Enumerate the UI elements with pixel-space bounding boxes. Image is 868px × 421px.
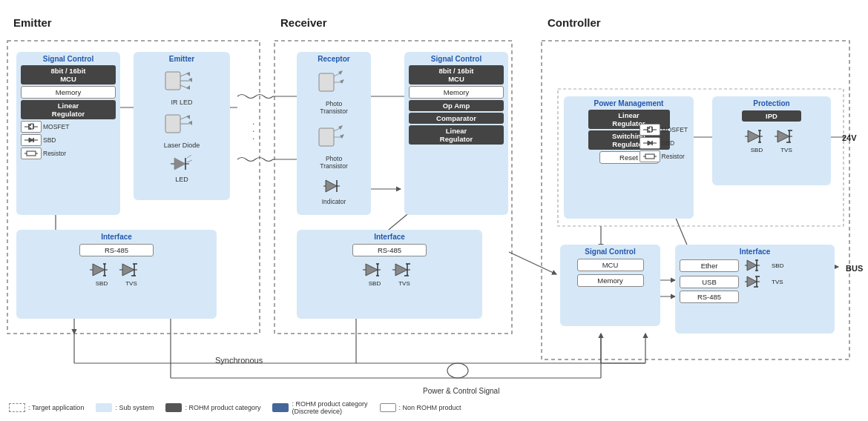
usb-diodes xyxy=(745,274,766,289)
emitter-interface-sbd-area: SBD xyxy=(90,261,114,287)
svg-line-90 xyxy=(334,128,340,131)
controller-memory: Memory xyxy=(577,274,644,287)
protection-tvs-label: TVS xyxy=(775,147,798,153)
receptor-pt2-icon xyxy=(301,122,366,153)
receiver-interface-tvs-label: TVS xyxy=(392,280,416,287)
emitter-sbd-icon xyxy=(21,134,42,146)
ipd-ctrl: IPD xyxy=(742,110,801,122)
legend-non-rohm: : Non ROHM product xyxy=(380,403,461,412)
protection-tvs-area: TVS xyxy=(775,127,798,153)
ctrl-mosfet-label: MOSFET xyxy=(662,126,688,133)
controller-label: Controller xyxy=(548,16,601,29)
emitter-rs485: RS-485 xyxy=(79,244,154,256)
ir-led-icon-area xyxy=(138,66,226,97)
synchronous-label: Synchronous xyxy=(215,356,263,365)
svg-marker-94 xyxy=(326,180,337,192)
emitter-sub-title: Emitter xyxy=(138,55,226,63)
ether-btn: Ether xyxy=(680,259,739,272)
ctrl-sbd-row: SBD xyxy=(640,137,688,149)
svg-marker-131 xyxy=(777,130,789,142)
receiver-interface-sbd-area: SBD xyxy=(363,261,387,287)
emitter-interface-tvs-label: TVS xyxy=(119,280,143,287)
legend-target-app: : Target application xyxy=(9,403,84,412)
led-label: LED xyxy=(138,176,226,183)
svg-marker-93 xyxy=(340,134,344,139)
emitter-interface-box: Interface RS-485 SBD xyxy=(16,230,217,319)
emitter-interface-sbd-label: SBD xyxy=(90,280,114,287)
receptor-pt2-label: PhotoTransistor xyxy=(301,155,366,170)
voltage-24v-label: 24V xyxy=(842,133,857,142)
emitter-signal-control-title: Signal Control xyxy=(21,55,116,63)
ctrl-sbd-label: SBD xyxy=(662,139,674,147)
receiver-memory: Memory xyxy=(409,86,504,99)
receiver-op-amp: Op Amp xyxy=(409,100,504,111)
receiver-interface-box: Interface RS-485 SBD xyxy=(297,230,482,319)
legend-sub-system: : Sub system xyxy=(96,403,154,412)
receiver-rs485: RS-485 xyxy=(352,244,427,256)
svg-rect-52 xyxy=(27,151,36,156)
legend-rohm-category-icon xyxy=(165,403,182,412)
emitter-linear-regulator: LinearRegulator xyxy=(21,100,116,119)
power-management-title: Power Management xyxy=(568,99,689,107)
svg-marker-137 xyxy=(747,260,757,271)
led-icon-area xyxy=(138,155,226,174)
emitter-mosfet-label: MOSFET xyxy=(43,123,69,130)
protection-sbd-area: SBD xyxy=(745,127,769,153)
ir-led-label: IR LED xyxy=(138,99,226,106)
svg-text:.: . xyxy=(252,116,254,127)
emitter-interface-title: Interface xyxy=(21,233,212,241)
receiver-interface-title: Interface xyxy=(301,233,478,241)
protection-box: Protection IPD SBD xyxy=(712,96,831,185)
receptor-box: Receptor PhotoTransistor PhotoTransistor xyxy=(297,52,371,215)
controller-signal-control-box: Signal Control MCU Memory xyxy=(560,245,660,326)
receptor-pt1-label: PhotoTransistor xyxy=(301,100,366,115)
svg-marker-98 xyxy=(366,264,378,276)
diagram-container: . . . xyxy=(0,0,868,421)
svg-marker-66 xyxy=(174,158,185,170)
laser-diode-icon-area xyxy=(138,109,226,140)
ctrl-resistor-label: Resistor xyxy=(662,153,685,160)
svg-marker-59 xyxy=(188,78,192,82)
emitter-memory: Memory xyxy=(21,86,116,99)
legend-rohm-category: : ROHM product category xyxy=(165,403,260,412)
receiver-interface-tvs-area: TVS xyxy=(392,261,416,287)
ctrl-resistor-row: Resistor xyxy=(640,150,688,162)
controller-interface-title: Interface xyxy=(680,248,830,256)
legend-rohm-category-text: : ROHM product category xyxy=(185,404,260,411)
ctrl-mosfet-row: MOSFET xyxy=(640,124,688,136)
ctrl-resistor-icon xyxy=(640,150,660,162)
emitter-label: Emitter xyxy=(13,16,52,29)
svg-marker-88 xyxy=(340,79,344,84)
svg-line-85 xyxy=(334,73,340,76)
legend-sub-system-icon xyxy=(96,403,112,412)
svg-line-71 xyxy=(187,160,192,162)
svg-marker-64 xyxy=(188,121,192,125)
svg-rect-89 xyxy=(319,128,334,146)
svg-text:.: . xyxy=(252,131,254,142)
legend-non-rohm-text: : Non ROHM product xyxy=(399,404,461,411)
receiver-linear-regulator: LinearRegulator xyxy=(409,125,504,145)
emitter-resistor-row: Resistor xyxy=(21,147,116,159)
protection-title: Protection xyxy=(717,99,826,107)
legend-target-app-icon xyxy=(9,403,25,412)
emitter-resistor-icon xyxy=(21,147,42,159)
emitter-mosfet-icon xyxy=(21,121,42,133)
legend-non-rohm-icon xyxy=(380,403,396,412)
legend-rohm-discrete: : ROHM product category(Discrete device) xyxy=(272,400,367,415)
indicator-icon xyxy=(301,177,366,196)
svg-rect-123 xyxy=(645,154,654,159)
usb-row: USB TVS xyxy=(680,274,830,289)
ether-diodes xyxy=(745,258,766,273)
rs485-btn: RS-485 xyxy=(680,291,739,303)
legend: : Target application : Sub system : ROHM… xyxy=(9,400,461,415)
ctrl-sbd-icon xyxy=(640,137,660,149)
svg-marker-92 xyxy=(338,125,343,130)
svg-rect-84 xyxy=(319,73,334,91)
emitter-mosfet-row: MOSFET xyxy=(21,121,116,133)
svg-marker-125 xyxy=(748,130,760,142)
svg-line-62 xyxy=(180,116,188,119)
emitter-mcu: 8bit / 16bitMCU xyxy=(21,65,116,84)
ether-row: Ether SBD xyxy=(680,258,830,273)
bus-label: BUS xyxy=(846,264,863,273)
receiver-signal-control-box: Signal Control 8bit / 16bitMCU Memory Op… xyxy=(404,52,508,215)
